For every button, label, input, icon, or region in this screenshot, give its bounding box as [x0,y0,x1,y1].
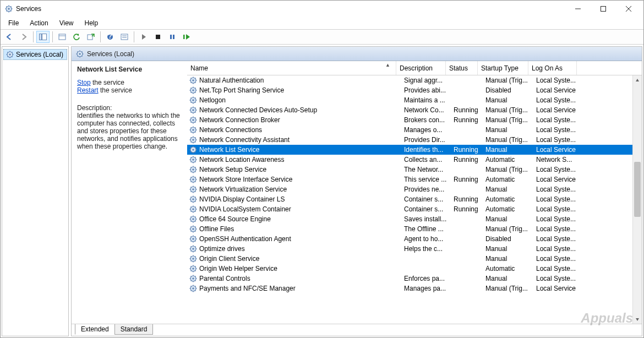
table-row[interactable]: Parental ControlsEnforces pa...ManualLoc… [187,274,642,284]
table-row[interactable]: OpenSSH Authentication AgentAgent to ho.… [187,234,642,244]
maximize-button[interactable] [591,1,616,17]
menu-help[interactable]: Help [80,18,103,28]
table-row[interactable]: Network Virtualization ServiceProvides n… [187,184,642,194]
forward-button[interactable] [17,31,30,43]
stop-link[interactable]: Stop [77,79,91,86]
service-name: Payments and NFC/SE Manager [199,285,404,292]
col-status[interactable]: Status [446,61,478,75]
service-description: Provides abi... [404,86,454,94]
table-row[interactable]: Network ConnectionsManages o...ManualLoc… [187,125,642,135]
service-logon: Local Service [536,86,585,94]
service-name: Network Connected Devices Auto-Setup [199,106,404,114]
restart-link[interactable]: Restart [77,86,99,94]
service-name: Origin Client Service [199,255,404,263]
service-icon [189,255,197,263]
properties-button[interactable] [56,31,69,43]
tab-extended[interactable]: Extended [75,324,115,335]
table-row[interactable]: Offline FilesThe Offline ...Manual (Trig… [187,224,642,234]
service-description: Manages pa... [404,285,454,292]
scroll-up-button[interactable] [633,75,642,85]
service-logon: Local Service [536,106,585,114]
view-tabs: Extended Standard [72,324,642,336]
selected-service-title: Network List Service [77,66,182,73]
close-button[interactable] [616,1,641,17]
table-row[interactable]: Optimize drivesHelps the c...ManualLocal… [187,244,642,254]
svg-rect-21 [121,34,128,40]
menu-view[interactable]: View [55,18,78,28]
svg-rect-26 [173,35,174,39]
service-icon [189,215,197,223]
table-row[interactable]: Natural AuthenticationSignal aggr...Manu… [187,75,642,85]
table-row[interactable]: NVIDIA LocalSystem ContainerContainer s.… [187,204,642,214]
service-startup: Automatic [485,205,536,213]
table-row[interactable]: Network Connected Devices Auto-SetupNetw… [187,105,642,115]
refresh-button[interactable] [70,31,83,43]
scroll-track[interactable] [633,85,642,314]
service-icon [189,235,197,243]
rows-container[interactable]: Natural AuthenticationSignal aggr...Manu… [187,75,642,324]
filter-button[interactable] [118,31,131,43]
col-name[interactable]: Name [187,61,396,75]
minimize-button[interactable] [565,1,591,17]
service-name: Offline Files [199,225,404,233]
service-icon [189,126,197,134]
scrollbar-vertical[interactable] [632,75,642,324]
service-icon [189,205,197,213]
table-row[interactable]: Network Location AwarenessCollects an...… [187,155,642,165]
service-name: Network Store Interface Service [199,176,404,183]
service-description: Enforces pa... [404,275,454,282]
service-startup: Manual [485,255,536,263]
table-row[interactable]: Network Connectivity AssistantProvides D… [187,135,642,145]
service-startup: Manual (Trig... [485,136,536,144]
back-button[interactable] [3,31,16,43]
table-row[interactable]: Origin Client ServiceManualLocal Syste..… [187,254,642,264]
service-logon: Local Syste... [536,186,585,193]
table-row[interactable]: Network Setup ServiceThe Networ...Manual… [187,165,642,175]
tree-item-services-local[interactable]: Services (Local) [3,49,67,60]
tab-standard[interactable]: Standard [114,324,154,335]
service-startup: Manual [485,275,536,282]
table-row[interactable]: Network Store Interface ServiceThis serv… [187,175,642,184]
table-row[interactable]: Network Connection BrokerBrokers con...R… [187,115,642,125]
service-name: Natural Authentication [199,77,404,84]
menu-file[interactable]: File [4,18,23,28]
service-icon [189,136,197,144]
table-row[interactable]: Payments and NFC/SE ManagerManages pa...… [187,284,642,293]
scroll-thumb[interactable] [634,162,641,217]
stop-service-button[interactable] [151,31,165,43]
service-logon: Local Syste... [536,126,585,134]
service-icon [189,186,197,193]
menu-action[interactable]: Action [25,18,52,28]
service-icon [189,86,197,94]
table-row[interactable]: Origin Web Helper ServiceAutomaticLocal … [187,264,642,274]
table-row[interactable]: Network List ServiceIdentifies th...Runn… [187,145,642,155]
table-row[interactable]: Net.Tcp Port Sharing ServiceProvides abi… [187,85,642,95]
col-logon[interactable]: Log On As [528,61,577,75]
service-startup: Manual (Trig... [485,166,536,173]
service-logon: Local Service [536,285,585,292]
description-text: Identifies the networks to which the com… [77,112,182,150]
col-startup[interactable]: Startup Type [478,61,528,75]
service-startup: Automatic [485,156,536,163]
service-description: The Offline ... [404,225,454,233]
restart-service-line: Restart the service [77,86,182,94]
service-status: Running [454,205,485,213]
show-hide-tree-button[interactable] [36,31,50,43]
table-row[interactable]: Office 64 Source EngineSaves install...M… [187,214,642,224]
service-status: Running [454,195,485,203]
start-service-button[interactable] [137,31,150,43]
restart-service-button[interactable] [180,31,193,43]
scroll-down-button[interactable] [633,314,642,324]
tree-pane[interactable]: Services (Local) [2,46,69,336]
pause-service-button[interactable] [166,31,179,43]
service-logon: Local Syste... [536,205,585,213]
service-logon: Local Syste... [536,225,585,233]
service-icon [189,146,197,154]
service-icon [189,225,197,233]
table-row[interactable]: NVIDIA Display Container LSContainer s..… [187,194,642,204]
table-row[interactable]: NetlogonMaintains a ...ManualLocal Syste… [187,95,642,105]
help-button[interactable]: ? [103,31,117,43]
toolbar-separator [33,31,34,42]
export-list-button[interactable] [84,31,97,43]
col-description[interactable]: Description [396,61,446,75]
